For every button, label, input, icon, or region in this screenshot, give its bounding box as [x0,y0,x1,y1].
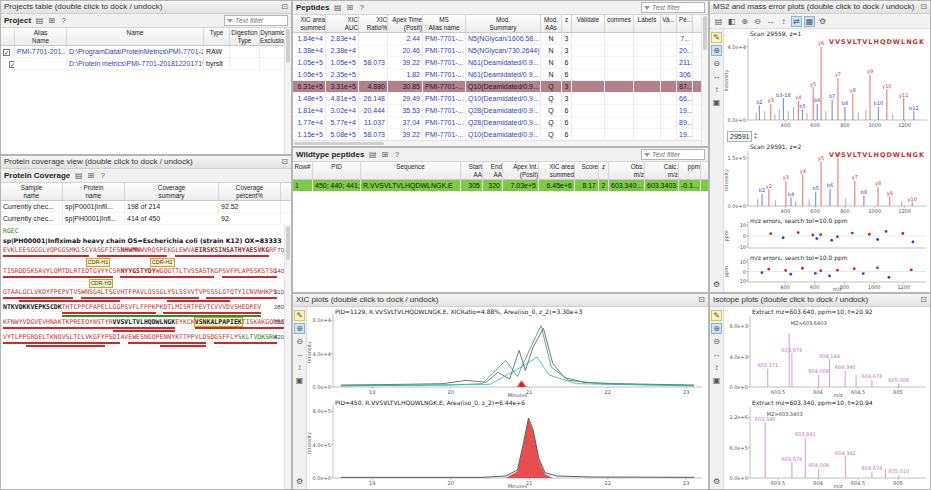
column-header-calc[interactable]: Calc. m/z [645,162,679,179]
table-row[interactable]: ✓PMI-7701-201...D:\ProgramData\ProteinMe… [1,46,291,58]
column-header-summary[interactable]: Coverage summary [125,183,219,200]
help-icon[interactable]: ? [391,149,402,160]
column-header-val[interactable]: Validate [572,15,605,32]
xic-chromatogram-pid-450[interactable]: 19202122230.0e+04.0e+58.0e+5MinutesInten… [307,398,708,489]
zoom-in-icon[interactable]: ⊕ [739,16,750,27]
table-row[interactable]: 6.31e+53.31e+54.88030.85PMI-7701-...Q10(… [293,81,708,93]
pan-vertical-icon[interactable]: ↕ [711,362,722,373]
zoom-in-icon[interactable]: ⊕ [294,323,305,334]
column-header-area[interactable]: XIC area summed [293,15,326,32]
zoom-in-icon[interactable]: ⊕ [711,323,722,334]
table-row[interactable]: 1.48e+54.81e+526.14829.49PMI-7701-...Q10… [293,93,708,105]
column-header-start[interactable]: Start AA [461,162,483,179]
row-checkbox[interactable]: ✓ [3,49,10,56]
layout-grid-icon[interactable]: ⊞ [46,15,57,26]
save-icon[interactable]: ▤ [332,2,343,13]
settings-icon[interactable]: ⚙ [711,279,722,290]
peptides-vscrollbar[interactable] [701,15,708,146]
scrollbar-thumb[interactable] [286,29,290,63]
column-header-z[interactable]: z [599,162,609,179]
xic-chromatogram-pid-1129[interactable]: 19202122230.0e+04.0e+48.0e+4MinutesInten… [307,307,708,398]
scrollbar-thumb[interactable] [294,142,384,145]
pan-vertical-icon[interactable]: ↕ [711,84,722,95]
column-header-auc[interactable]: XIC AUC [326,15,359,32]
undock-pin-icon[interactable]: ⊡ [920,294,927,306]
protein-sequence-view[interactable]: RGECsp|PH00001|Inflximab heavy chain OS=… [1,225,284,489]
column-header-dig[interactable]: Digestion Type [230,28,260,45]
isotope-spectrum-603640[interactable]: 603.5604604.56050.0e+04.0e+38.0e+3m/zExt… [724,307,930,398]
column-header-type[interactable]: Type [204,28,230,45]
table-row[interactable]: Currently chec...sp|P0001|Infli...198 of… [1,201,291,213]
help-icon[interactable]: ? [97,170,108,181]
column-header-dyn[interactable]: Dynamic Exclusion [260,28,286,45]
column-header-va[interactable]: Va... [661,15,677,32]
snapshot-icon[interactable]: ▣ [294,375,305,386]
table-row[interactable]: 1.05e+51.05e+558.07339.22PMI-7701-...N61… [293,57,708,69]
annotate-icon[interactable]: ✎ [711,310,722,321]
column-header-alias[interactable]: MS Alias name [423,15,466,32]
copy-view-icon[interactable]: ◧ [726,16,737,27]
snapshot-icon[interactable]: ▣ [711,375,722,386]
undock-pin-icon[interactable]: ⊡ [698,294,705,306]
help-icon[interactable]: ? [58,15,69,26]
column-header-chk[interactable] [1,28,15,45]
undock-pin-icon[interactable]: ⊡ [281,156,288,168]
column-header-sample[interactable]: Sample name [1,183,63,200]
column-header-alias[interactable]: Alias Name [15,28,67,45]
fit-height-icon[interactable]: ↕ [778,16,789,27]
mz-error-plot-2[interactable]: 40060080010001200100-10m/zppmm/z errors,… [724,253,930,292]
zoom-in-icon[interactable]: ⊕ [711,45,722,56]
table-row[interactable]: 1.81e+43.02e+420.44435.53PMI-7701-...Q28… [293,105,708,117]
column-header-name[interactable]: Name [67,28,204,45]
pan-horizontal-icon[interactable]: ↔ [711,349,722,360]
save-icon[interactable]: ▤ [713,16,724,27]
column-header-z[interactable]: z [562,15,572,32]
column-header-row[interactable]: Row# [293,162,313,179]
column-header-ratio[interactable]: XIC Ratio% [359,15,388,32]
undock-pin-icon[interactable]: ⊡ [920,1,927,13]
tab-wildtype-peptides[interactable]: Wildtype peptides [296,150,364,159]
table-row[interactable]: Currently chec...sp|PH0001|Infl...414 of… [1,213,291,225]
zoom-out-icon[interactable]: ⊖ [752,16,763,27]
save-icon[interactable]: ▤ [367,149,378,160]
isotope-dock-title[interactable]: Isotope plots (double click to dock / un… [710,294,930,307]
column-header-score[interactable]: Score [575,162,599,179]
pan-vertical-icon[interactable]: ↕ [294,362,305,373]
column-header-seq[interactable]: Sequence [361,162,461,179]
column-header-aas[interactable]: Mod. AAs [541,15,562,32]
column-header-end[interactable]: End AA [483,162,503,179]
column-header-pid[interactable]: PID [313,162,361,179]
column-header-apex[interactable]: Apex Time (Posit) [388,15,423,32]
tab-protein-coverage[interactable]: Protein Coverage [4,171,70,180]
projects-vscrollbar[interactable] [284,28,291,154]
table-row[interactable]: 1.38e+42.38e+420.46PMI-7701-...N5(NGlyca… [293,45,708,57]
table-row[interactable]: 1.05e+52.35e+51.82PMI-7701-...N61(Deamid… [293,69,708,81]
column-header-protein[interactable]: Protein name [63,183,125,200]
grid-toggle-icon[interactable]: ▦ [804,16,815,27]
ms2-dock-title[interactable]: MS2 and mass error plots (double click t… [710,1,930,14]
xic-dock-title[interactable]: XIC plots (double click to dock / undock… [293,294,708,307]
column-header-com[interactable]: commes [605,15,634,32]
link-axes-icon[interactable]: ⇄ [791,16,802,27]
coverage-dock-title[interactable]: Protein coverage view (double click to d… [1,156,291,169]
ms2-spectrum-scan-29591[interactable]: 400600800100012000.0e+01.5e+5IntensitySc… [724,142,930,215]
settings-icon[interactable]: ⚙ [711,476,722,487]
column-header-percent[interactable]: Coverage percent% [219,183,281,200]
undock-pin-icon[interactable]: ⊡ [281,1,288,13]
column-header-ppm[interactable]: ppm [679,162,701,179]
fit-width-icon[interactable]: ↔ [765,16,776,27]
help-icon[interactable]: ? [356,2,367,13]
scrollbar-thumb[interactable] [703,16,707,50]
column-header-area[interactable]: XIC area summed [539,162,575,179]
pan-horizontal-icon[interactable]: ↔ [294,349,305,360]
scan-down-icon[interactable]: ▼ [753,136,757,140]
column-header-obs[interactable]: Obs. m/z [609,162,645,179]
layout-grid-icon[interactable]: ⊞ [85,170,96,181]
table-row[interactable]: ✓D:\Protein metrics\PMI-7701-20181220171… [1,58,291,70]
layout-grid-icon[interactable]: ⊞ [344,2,355,13]
zoom-out-icon[interactable]: ⊖ [711,58,722,69]
scrollbar-thumb[interactable] [286,226,290,260]
mz-error-plot-1[interactable]: 100-10ppmm/z errors, search tol=10.0 ppm [724,216,930,254]
annotate-icon[interactable]: ✎ [711,32,722,43]
coverage-vscrollbar[interactable] [284,225,291,489]
